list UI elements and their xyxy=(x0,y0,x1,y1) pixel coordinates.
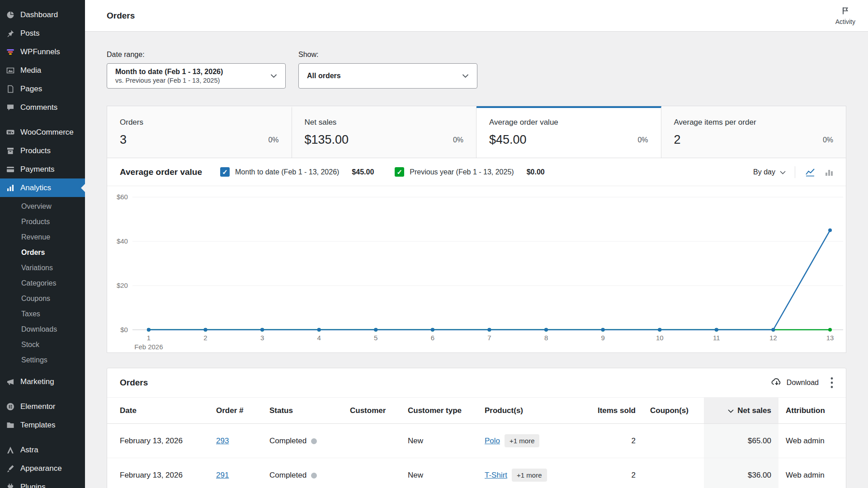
line-chart-icon[interactable] xyxy=(804,166,816,178)
bar-chart-icon[interactable] xyxy=(823,166,835,178)
kebab-menu-icon[interactable] xyxy=(830,376,834,389)
wordpress-admin: Dashboard Posts WPFunnels Media Pages Co… xyxy=(0,0,868,488)
interval-select[interactable]: By day xyxy=(753,168,786,176)
card-delta: 0% xyxy=(823,136,833,144)
comment-icon xyxy=(5,103,15,113)
sidebar-item-plugins[interactable]: Plugins xyxy=(0,478,85,488)
summary-card-orders[interactable]: Orders 3 0% xyxy=(107,106,292,158)
sidebar-item-marketing[interactable]: Marketing xyxy=(0,372,85,391)
chart-title: Average order value xyxy=(120,167,202,177)
submenu-item-categories[interactable]: Categories xyxy=(0,276,85,291)
sidebar-item-label: Analytics xyxy=(20,183,51,192)
sidebar-item-products[interactable]: Products xyxy=(0,141,85,160)
summary-card-average-order-value[interactable]: Average order value $45.00 0% xyxy=(476,106,661,158)
submenu-item-products[interactable]: Products xyxy=(0,214,85,230)
sidebar-item-media[interactable]: Media xyxy=(0,61,85,80)
submenu-item-variations[interactable]: Variations xyxy=(0,260,85,276)
card-delta: 0% xyxy=(268,136,278,144)
column-header-customer-type[interactable]: Customer type xyxy=(401,398,477,424)
svg-text:2: 2 xyxy=(203,334,207,342)
checkbox-checked-icon[interactable]: ✓ xyxy=(395,167,404,177)
megaphone-icon xyxy=(5,377,15,387)
more-products-chip[interactable]: +1 more xyxy=(505,434,539,447)
column-header-date[interactable]: Date xyxy=(107,398,209,424)
sidebar-item-posts[interactable]: Posts xyxy=(0,24,85,42)
sidebar-item-woocommerce[interactable]: WooCommerce xyxy=(0,123,85,141)
order-link[interactable]: 291 xyxy=(216,471,229,479)
submenu-item-stock[interactable]: Stock xyxy=(0,337,85,352)
legend-previous-period[interactable]: ✓ Previous year (Feb 1 - 13, 2025) $0.00 xyxy=(395,167,544,177)
interval-label: By day xyxy=(753,168,775,176)
sidebar-item-wpfunnels[interactable]: WPFunnels xyxy=(0,42,85,61)
svg-text:11: 11 xyxy=(713,334,720,342)
column-header-coupons[interactable]: Coupon(s) xyxy=(643,398,704,424)
column-header-attribution[interactable]: Attribution xyxy=(778,398,846,424)
cell-status: Completed xyxy=(262,458,343,488)
column-header-net-sales[interactable]: Net sales xyxy=(704,398,778,424)
product-link[interactable]: T-Shirt xyxy=(485,471,507,479)
product-link[interactable]: Polo xyxy=(485,436,500,445)
summary-card-net-sales[interactable]: Net sales $135.00 0% xyxy=(292,106,477,158)
pushpin-icon xyxy=(5,28,15,38)
sidebar-item-label: Plugins xyxy=(20,483,46,488)
chart-panel: Average order value ✓ Month to date (Feb… xyxy=(107,158,846,353)
submenu-item-overview[interactable]: Overview xyxy=(0,199,85,214)
chart-header: Average order value ✓ Month to date (Feb… xyxy=(107,158,846,186)
sidebar-item-label: Astra xyxy=(20,446,38,455)
sidebar-item-payments[interactable]: Payments xyxy=(0,160,85,178)
sidebar-item-comments[interactable]: Comments xyxy=(0,98,85,117)
column-header-items-sold[interactable]: Items sold xyxy=(585,398,643,424)
sidebar-item-label: Comments xyxy=(20,103,57,112)
date-range-compare: vs. Previous year (Feb 1 - 13, 2025) xyxy=(115,76,223,84)
submenu-item-orders[interactable]: Orders xyxy=(0,245,85,260)
sidebar-item-templates[interactable]: Templates xyxy=(0,416,85,434)
more-products-chip[interactable]: +1 more xyxy=(512,469,547,482)
submenu-item-taxes[interactable]: Taxes xyxy=(0,306,85,322)
cell-date: February 13, 2026 xyxy=(107,424,209,458)
cell-net-sales: $65.00 xyxy=(704,424,778,458)
submenu-item-revenue[interactable]: Revenue xyxy=(0,230,85,245)
table-header-row: Date Order # Status Customer Customer ty… xyxy=(107,398,846,424)
column-header-order-number[interactable]: Order # xyxy=(209,398,262,424)
analytics-bars-icon xyxy=(5,183,15,193)
aov-line-chart: $0$20$40$6012345678910111213Feb 2026 xyxy=(107,192,845,352)
legend-label: Month to date (Feb 1 - 13, 2026) xyxy=(235,168,339,176)
sidebar-item-pages[interactable]: Pages xyxy=(0,80,85,98)
orders-table: Date Order # Status Customer Customer ty… xyxy=(107,397,846,488)
sidebar-item-label: Posts xyxy=(20,29,40,38)
activity-button[interactable]: Activity xyxy=(835,6,855,25)
card-label: Average order value xyxy=(489,118,648,127)
sidebar-item-appearance[interactable]: Appearance xyxy=(0,459,85,478)
order-link[interactable]: 293 xyxy=(216,436,229,445)
sidebar-item-astra[interactable]: Astra xyxy=(0,441,85,459)
activity-label: Activity xyxy=(835,18,855,25)
cell-items-sold: 2 xyxy=(585,458,643,488)
media-icon xyxy=(5,66,15,75)
folder-icon xyxy=(5,420,15,430)
submenu-item-coupons[interactable]: Coupons xyxy=(0,291,85,306)
sidebar-item-label: Dashboard xyxy=(20,10,58,19)
svg-text:7: 7 xyxy=(487,334,491,342)
download-button[interactable]: Download xyxy=(771,377,819,388)
submenu-item-settings[interactable]: Settings xyxy=(0,352,85,368)
sidebar-item-elementor[interactable]: Elementor xyxy=(0,397,85,416)
summary-card-average-items-per-order[interactable]: Average items per order 2 0% xyxy=(661,106,846,158)
column-header-status[interactable]: Status xyxy=(262,398,343,424)
show-select[interactable]: All orders xyxy=(298,63,477,89)
column-header-customer[interactable]: Customer xyxy=(343,398,401,424)
sidebar-item-analytics[interactable]: Analytics xyxy=(0,178,85,197)
sidebar-item-label: Marketing xyxy=(20,377,54,386)
sidebar-item-dashboard[interactable]: Dashboard xyxy=(0,5,85,24)
date-range-select[interactable]: Month to date (Feb 1 - 13, 2026) vs. Pre… xyxy=(107,63,286,89)
submenu-item-downloads[interactable]: Downloads xyxy=(0,322,85,337)
show-value: All orders xyxy=(307,71,341,80)
column-header-products[interactable]: Product(s) xyxy=(477,398,585,424)
sidebar-item-label: WPFunnels xyxy=(20,47,60,56)
page-icon xyxy=(5,84,15,94)
card-delta: 0% xyxy=(453,136,463,144)
svg-text:4: 4 xyxy=(317,334,321,342)
elementor-icon xyxy=(5,402,15,412)
checkbox-checked-icon[interactable]: ✓ xyxy=(220,167,230,177)
date-range-label: Date range: xyxy=(107,51,286,59)
legend-current-period[interactable]: ✓ Month to date (Feb 1 - 13, 2026) $45.0… xyxy=(220,167,374,177)
